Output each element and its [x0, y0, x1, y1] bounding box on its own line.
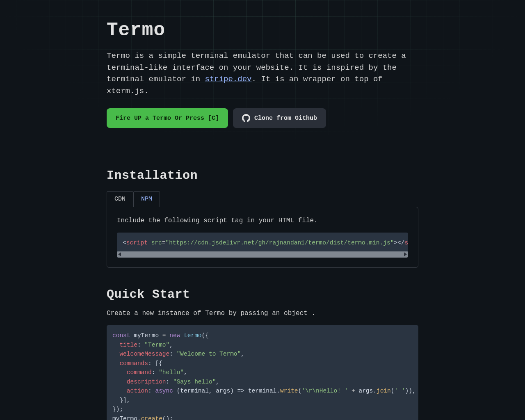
- page-title: Termo: [107, 20, 418, 41]
- install-cdn-code: <script src="https://cdn.jsdelivr.net/gh…: [117, 233, 408, 258]
- github-icon: [242, 114, 250, 122]
- horizontal-scrollbar[interactable]: [117, 251, 408, 258]
- clone-github-button[interactable]: Clone from Github: [233, 108, 326, 128]
- fire-up-button[interactable]: Fire UP a Termo Or Press [C]: [107, 108, 228, 128]
- stripe-dev-link[interactable]: stripe.dev: [205, 75, 251, 84]
- installation-heading: Installation: [107, 169, 418, 183]
- tab-cdn[interactable]: CDN: [107, 191, 133, 207]
- quickstart-heading: Quick Start: [107, 288, 418, 301]
- cdn-url: https://cdn.jsdelivr.net/gh/rajnandan1/t…: [169, 240, 390, 246]
- tab-npm[interactable]: NPM: [133, 191, 160, 207]
- quickstart-text: Create a new instance of Termo by passin…: [107, 310, 418, 317]
- clone-github-label: Clone from Github: [254, 115, 317, 122]
- install-panel: Include the following script tag in your…: [107, 207, 418, 268]
- page-description: Termo is a simple terminal emulator that…: [107, 50, 418, 97]
- quickstart-code: const myTermo = new termo({ title: "Term…: [107, 325, 418, 420]
- install-cdn-text: Include the following script tag in your…: [117, 217, 408, 224]
- divider: [107, 147, 418, 147]
- button-row: Fire UP a Termo Or Press [C] Clone from …: [107, 108, 418, 128]
- install-tabs: CDN NPM: [107, 191, 418, 207]
